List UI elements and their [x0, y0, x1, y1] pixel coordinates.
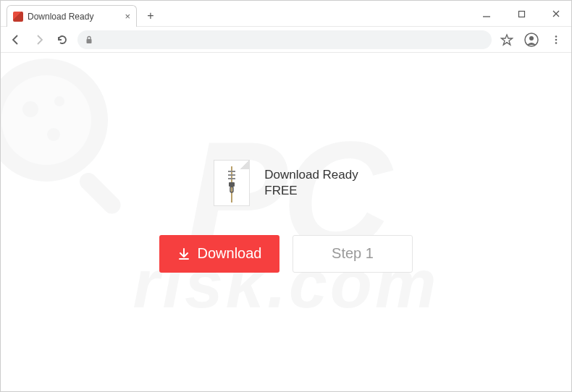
svg-point-14: [47, 128, 60, 141]
window-controls: [477, 1, 565, 27]
svg-rect-18: [228, 174, 235, 176]
reload-button[interactable]: [54, 32, 70, 48]
browser-toolbar: [1, 27, 571, 53]
svg-point-7: [555, 35, 558, 38]
new-tab-button[interactable]: +: [143, 8, 159, 24]
svg-point-12: [22, 101, 38, 117]
svg-point-10: [1, 59, 108, 182]
svg-point-11: [1, 75, 91, 165]
tab-title: Download Ready: [28, 12, 120, 22]
back-button[interactable]: [8, 32, 24, 48]
download-button-label: Download: [198, 245, 262, 262]
forward-button[interactable]: [31, 32, 47, 48]
browser-tab[interactable]: Download Ready ×: [7, 5, 137, 27]
svg-point-13: [54, 96, 64, 106]
file-text: Download Ready FREE: [264, 167, 358, 199]
menu-icon[interactable]: [548, 32, 564, 48]
svg-rect-20: [229, 182, 235, 187]
close-tab-icon[interactable]: ×: [125, 11, 130, 22]
minimize-button[interactable]: [477, 4, 496, 23]
step-button-label: Step 1: [332, 245, 374, 262]
svg-point-9: [555, 42, 558, 44]
download-button[interactable]: Download: [159, 235, 279, 273]
heading-line2: FREE: [264, 183, 358, 199]
svg-rect-15: [76, 169, 124, 217]
address-bar[interactable]: [77, 30, 492, 49]
profile-avatar-icon[interactable]: [523, 32, 539, 48]
step-button[interactable]: Step 1: [293, 235, 413, 273]
tab-favicon: [13, 12, 23, 22]
svg-rect-1: [518, 11, 524, 17]
heading-line1: Download Ready: [264, 167, 358, 183]
window-titlebar: Download Ready × +: [1, 1, 571, 27]
svg-rect-19: [228, 178, 235, 179]
star-bookmark-icon[interactable]: [499, 32, 515, 48]
maximize-button[interactable]: [512, 4, 531, 23]
download-panel: Download Ready FREE Download Step 1: [156, 160, 416, 273]
button-row: Download Step 1: [156, 235, 416, 273]
close-window-button[interactable]: [547, 4, 565, 23]
download-arrow-icon: [177, 247, 190, 260]
svg-point-8: [555, 38, 558, 41]
svg-rect-17: [228, 171, 235, 172]
zip-file-icon: [214, 160, 250, 206]
page-content: PC risk.com Download Ready FREE: [1, 53, 571, 392]
magnifier-watermark-icon: [1, 53, 155, 229]
file-info-row: Download Ready FREE: [156, 160, 416, 206]
lock-icon: [85, 35, 93, 44]
svg-point-6: [529, 36, 534, 41]
svg-rect-4: [87, 39, 92, 43]
